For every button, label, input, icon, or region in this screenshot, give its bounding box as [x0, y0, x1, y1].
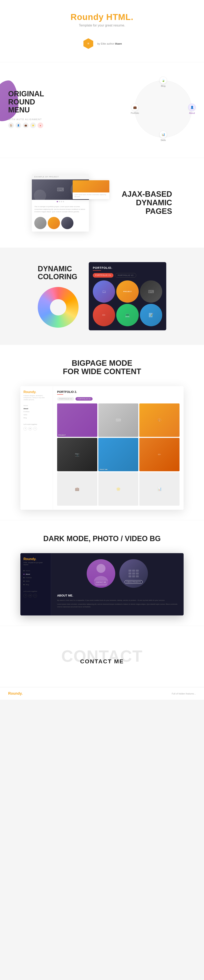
portfolio-tab-v1[interactable]: PORTFOLIO V1 — [93, 273, 113, 278]
bp-sidebar: Roundy. Fullstack designer, developers, … — [21, 386, 53, 510]
author-badge: ≡ by Elite author iltaen — [78, 35, 126, 52]
bp-nav-blog[interactable]: Blog — [24, 416, 50, 419]
footer: Roundy. Full of hidden features... — [0, 687, 204, 700]
dm-hero-circles: CONTACT ME — [57, 559, 177, 588]
bp-grid-icon-9: 📊 — [157, 487, 162, 491]
thumb-3 — [61, 217, 74, 229]
bp-nav-portfolio[interactable]: Portfolio — [24, 410, 50, 413]
grid-label-2: PROJECT — [123, 291, 132, 293]
contact-section: CONTACT CONTACT Me — [0, 626, 204, 687]
typewriter-keys — [129, 570, 139, 578]
mini-icon-2: 👤 — [16, 123, 21, 128]
mockup-card2-text: Lorem ipsum dolor sit amet consectetur a… — [72, 192, 109, 199]
bp-grid-label-1: PROJECT — [58, 434, 66, 436]
check-projects-button[interactable]: CHECK PROJECTS — [125, 580, 143, 584]
dm-main: CONTACT ME — [51, 553, 184, 616]
bp-nav: Home About Portfolio Skills Blog — [24, 404, 50, 419]
round-menu-section: ORIGINALROUNDMENU WITH AUTO ALIGNMENT 🏠 … — [0, 62, 204, 158]
bp-tab-v2[interactable]: PORTFOLIO V2 — [75, 397, 93, 401]
footer-logo-dot: . — [22, 691, 22, 695]
bp-grid-6: ✏ — [139, 438, 180, 471]
hero-subtitle: Template for your great resume. — [4, 24, 200, 27]
portfolio-tab-v2[interactable]: PORTFOLIO V2 — [115, 273, 136, 278]
bp-grid-icon-7: 💼 — [75, 487, 79, 491]
menu-node-portfolio[interactable]: 💼 Portfolio — [131, 103, 139, 114]
bp-nav-about[interactable]: About — [24, 407, 50, 410]
dm-about-title: ABOUT ME. — [57, 594, 177, 597]
dm-social-twitter[interactable]: t — [33, 594, 37, 598]
mockup-card-secondary: Lorem ipsum dolor sit amet consectetur a… — [72, 180, 109, 199]
skills-node-icon: 📊 — [159, 131, 167, 138]
dm-sidebar: Roundy. HTML, template for your great re… — [21, 553, 51, 616]
ajax-title: AJAX-BASEDDYNAMICPAGES — [122, 190, 172, 215]
bp-grid-9: 📊 — [139, 472, 180, 506]
menu-node-skills[interactable]: 📊 Skills — [159, 131, 167, 142]
mockup-card-header: EXAMPLE OF PROJECT — [32, 174, 89, 180]
dm-nav-home[interactable]: Home — [24, 569, 48, 573]
portfolio-dark-card: PORTFOLIO. PORTFOLIO V1 PORTFOLIO V2 🗂 P… — [89, 262, 166, 330]
key-1 — [129, 570, 132, 572]
pgrid-item-5: 💻 — [116, 304, 138, 326]
dm-nav-skills[interactable]: Skills — [24, 579, 48, 583]
bp-social-linkedin[interactable]: in — [28, 427, 32, 431]
menu-node-blog[interactable]: 🍃 Blog — [159, 76, 167, 87]
round-menu-inner: ORIGINALROUNDMENU WITH AUTO ALIGNMENT 🏠 … — [0, 74, 204, 143]
contact-me-button[interactable]: CONTACT ME — [94, 581, 108, 584]
dm-dot-skills — [24, 581, 24, 582]
dot-2 — [59, 201, 60, 202]
portfolio-dark-line — [93, 270, 101, 270]
grid-icon-3: ⌨ — [148, 289, 154, 294]
mockup-thumbnails — [32, 217, 89, 232]
svg-point-2 — [96, 564, 106, 573]
pgrid-item-3: ⌨ — [140, 280, 162, 302]
key-2 — [132, 570, 135, 572]
bp-grid-icon-4: 📷 — [75, 452, 79, 457]
dm-nav-about[interactable]: About — [24, 573, 48, 576]
dm-dot-about — [24, 574, 24, 575]
bp-tab-v1[interactable]: PORTFOLIO V1 — [57, 397, 74, 401]
bp-social-twitter[interactable]: t — [33, 427, 37, 431]
dm-nav-portfolio[interactable]: Portfolio — [24, 576, 48, 579]
bp-portfolio-title: PORTFOLIO 2. — [57, 390, 180, 393]
key-4 — [129, 573, 132, 574]
pgrid-item-1: 🗂 — [93, 280, 115, 302]
blog-node-icon: 🍃 — [159, 76, 167, 84]
coloring-section: DYNAMICCOLORING PORTFOLIO. PORTFOLIO V1 … — [0, 248, 204, 345]
bp-logo: Roundy. — [24, 390, 50, 394]
dm-social-facebook[interactable]: f — [24, 594, 27, 598]
bp-social-facebook[interactable]: f — [24, 427, 27, 431]
key-6 — [136, 573, 139, 574]
bp-grid-8: 🌟 — [98, 472, 138, 506]
color-wheel-inner — [50, 299, 66, 315]
round-menu-circle-container: 🍃 Blog 💼 Portfolio 👤 About 📊 Skills — [130, 76, 196, 142]
bp-nav-home[interactable]: Home — [24, 404, 50, 407]
hero-title: Roundy HTML. — [4, 12, 200, 22]
hero-title-dot: . — [131, 12, 133, 22]
key-5 — [132, 573, 135, 574]
bp-grid-icon-2: ⌨ — [116, 418, 121, 422]
dm-dot-blog — [24, 584, 24, 585]
bp-tabs: PORTFOLIO V1 PORTFOLIO V2 — [57, 397, 180, 401]
bp-logo-dot: . — [35, 390, 36, 394]
bp-grid-icon-8: 🌟 — [116, 487, 120, 491]
ajax-text-block: AJAX-BASEDDYNAMICPAGES — [122, 190, 172, 215]
dm-nav-blog[interactable]: Blog — [24, 583, 48, 586]
dm-lets-work: Let's work together — [24, 590, 48, 592]
author-prefix: by Elite author — [97, 42, 114, 45]
coloring-text-block: DYNAMICCOLORING — [38, 265, 79, 328]
round-menu-title: ORIGINALROUNDMENU — [8, 90, 44, 114]
dot-1 — [57, 201, 58, 202]
pgrid-item-6: 📝 — [140, 304, 162, 326]
mockup-dots — [32, 200, 89, 204]
dm-social-linkedin[interactable]: in — [28, 594, 32, 598]
portfolio-grid: 🗂 PROJECT ⌨ ✏ 💻 📝 — [93, 280, 162, 326]
grid-icon-1: 🗂 — [102, 289, 106, 294]
dm-about-text2: Lorem ipsum dolor sit amet, consectetur … — [57, 603, 177, 608]
portfolio-dark-header: PORTFOLIO. — [93, 266, 162, 269]
key-7 — [129, 575, 132, 578]
hexagon-icon: ≡ — [82, 38, 95, 50]
pgrid-item-2: PROJECT — [116, 280, 138, 302]
bp-nav-skills[interactable]: Skills — [24, 413, 50, 416]
menu-node-about[interactable]: 👤 About — [188, 103, 196, 114]
about-label: About — [189, 112, 195, 114]
